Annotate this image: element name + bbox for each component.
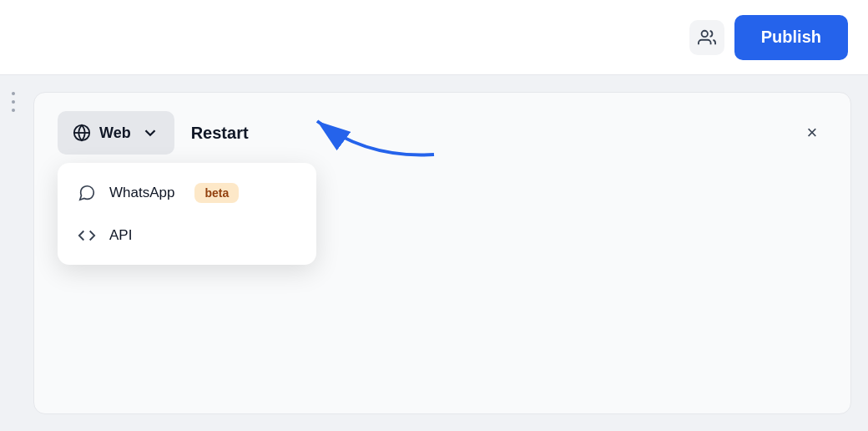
close-icon: × [807,122,818,144]
globe-icon [73,124,91,142]
web-label: Web [99,124,131,142]
svg-point-0 [701,30,707,36]
sidebar-dots [12,92,15,112]
dot-3 [12,109,15,112]
beta-badge: beta [194,183,239,203]
dot-1 [12,92,15,95]
restart-label: Restart [191,124,780,143]
avatar-button[interactable] [689,20,724,55]
code-icon [78,226,96,245]
person-icon [698,28,716,47]
whatsapp-icon [78,184,96,202]
panel-header: Web Restart × [34,93,850,173]
api-label: API [109,227,132,244]
dot-2 [12,100,15,104]
close-button[interactable]: × [797,118,827,148]
web-dropdown-button[interactable]: Web [58,111,174,155]
channel-dropdown: WhatsApp beta API [58,163,316,265]
dropdown-item-api[interactable]: API [58,215,316,256]
top-bar: Publish [0,0,868,75]
publish-button[interactable]: Publish [734,15,848,60]
dropdown-item-whatsapp[interactable]: WhatsApp beta [58,171,316,215]
main-panel: Web Restart × WhatsApp beta API [33,92,851,414]
chevron-down-icon [141,124,159,142]
whatsapp-label: WhatsApp [109,185,174,201]
